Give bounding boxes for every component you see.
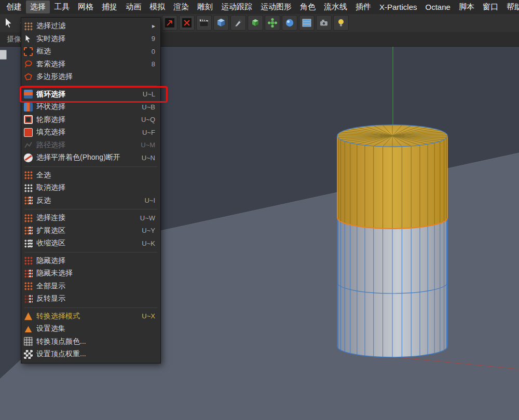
toolbar-button-mograph[interactable]	[265, 15, 280, 31]
menu-item-select-filter[interactable]: 选择过滤 ▸	[21, 20, 160, 33]
menu-item-deselect-all[interactable]: 取消选择	[21, 181, 160, 194]
select-menu-dropdown: 选择过滤 ▸ 实时选择 9 框选 0 套索选择 8 多边形选择	[21, 17, 161, 363]
menubar-item-x-particles[interactable]: X-Particles	[375, 1, 421, 13]
menubar-item-mesh[interactable]: 网格	[74, 1, 98, 13]
menu-item-path-selection: 路径选择 U~M	[21, 139, 160, 152]
menubar-item-character[interactable]: 角色	[296, 1, 320, 13]
menubar-item-window[interactable]: 窗口	[479, 1, 502, 13]
clapperboard-icon	[199, 18, 209, 28]
toolbar-button-dynamics[interactable]	[282, 15, 297, 31]
menubar-item-pipeline[interactable]: 流水线	[320, 1, 351, 13]
menu-item-label: 选择连接	[36, 213, 65, 222]
menubar-item-create[interactable]: 创建	[2, 1, 26, 13]
toolbar-button-render-settings[interactable]	[196, 15, 212, 31]
menubar: 创建 选择 工具 网格 捕捉 动画 模拟 渲染 雕刻 运动跟踪 运动图形 角色 …	[0, 0, 519, 14]
menu-item-shrink-selection[interactable]: 收缩选区 U~K	[21, 237, 160, 250]
toolbar-button-knife[interactable]	[230, 15, 246, 31]
menu-item-label: 收缩选区	[36, 239, 65, 248]
toolbar-button-array[interactable]	[299, 15, 315, 31]
menubar-item-motion-tracker[interactable]: 运动跟踪	[217, 1, 256, 13]
menubar-item-mograph[interactable]: 运动图形	[256, 1, 296, 13]
menubar-item-render[interactable]: 渲染	[169, 1, 193, 13]
loop-selection-icon	[24, 90, 33, 99]
toolbar-button-camera[interactable]	[316, 15, 332, 31]
toolbar-button-add-cube[interactable]	[213, 15, 229, 31]
menu-item-unhide-all[interactable]: 全部显示	[21, 280, 160, 293]
menu-item-shortcut: 8	[152, 60, 155, 68]
menu-item-invert-visibility[interactable]: 反转显示	[21, 292, 160, 305]
viewport-corner-icon[interactable]	[0, 50, 7, 60]
menu-separator	[24, 86, 157, 86]
viewport-camera-menu[interactable]: 摄像	[7, 35, 21, 44]
menu-item-outline-selection[interactable]: 轮廓选择 U~Q	[21, 114, 160, 127]
menubar-item-plugins[interactable]: 插件	[351, 1, 375, 13]
menubar-item-animate[interactable]: 动画	[121, 1, 145, 13]
menu-item-loop-selection[interactable]: 循环选择 U~L	[21, 88, 160, 101]
menubar-item-script[interactable]: 脚本	[455, 1, 479, 13]
menu-item-shortcut: U~F	[142, 129, 155, 136]
submenu-arrow-icon: ▸	[152, 22, 155, 30]
menu-item-set-selection[interactable]: 设置选集	[21, 323, 160, 335]
toolbar-button-render-region[interactable]	[179, 15, 195, 31]
menubar-item-snap[interactable]: 捕捉	[98, 1, 121, 13]
menu-item-label: 套索选择	[36, 60, 65, 69]
menu-item-shortcut: 0	[152, 48, 155, 55]
menu-separator	[24, 166, 157, 167]
menu-item-hide-selected[interactable]: 隐藏选择	[21, 255, 160, 268]
menubar-item-sculpt[interactable]: 雕刻	[193, 1, 217, 13]
set-selection-icon	[24, 325, 33, 333]
menubar-item-octane[interactable]: Octane	[421, 1, 455, 13]
invert-visibility-icon	[24, 295, 33, 303]
menu-item-lasso-selection[interactable]: 套索选择 8	[21, 58, 160, 71]
menu-item-convert-vertex-color[interactable]: 转换顶点颜色...	[21, 335, 160, 348]
menu-item-label: 反选	[36, 196, 51, 205]
convert-selection-mode-icon	[24, 312, 33, 320]
toolbar-button-green-cube[interactable]	[248, 15, 263, 31]
toolbar-button-render-tile[interactable]	[162, 15, 177, 31]
hide-selected-icon	[24, 256, 33, 265]
menu-item-shortcut: 9	[152, 35, 155, 43]
menu-item-fill-selection[interactable]: 填充选择 U~F	[21, 126, 160, 139]
menu-item-select-all[interactable]: 全选	[21, 169, 160, 182]
menu-item-live-selection[interactable]: 实时选择 9	[21, 33, 160, 46]
fill-selection-icon	[24, 128, 33, 137]
menu-item-convert-selection-mode[interactable]: 转换选择模式 U~X	[21, 310, 160, 323]
menu-item-label: 框选	[36, 47, 51, 56]
menu-item-label: 设置顶点权重...	[36, 349, 86, 359]
menubar-item-tools[interactable]: 工具	[50, 1, 74, 13]
cube-primitive-icon	[216, 18, 226, 28]
menu-item-phong-break-selection[interactable]: 选择平滑着色(Phong)断开 U~N	[21, 151, 160, 164]
menu-item-label: 环状选择	[36, 102, 65, 111]
live-selection-icon	[24, 34, 33, 43]
menu-item-select-connected[interactable]: 选择连接 U~W	[21, 212, 160, 225]
menu-item-label: 选择过滤	[36, 21, 65, 31]
menu-item-shortcut: U~M	[141, 141, 155, 149]
menu-item-ring-selection[interactable]: 环状选择 U~B	[21, 101, 160, 114]
menu-separator	[24, 307, 157, 308]
menubar-item-simulate[interactable]: 模拟	[145, 1, 169, 13]
menu-separator	[24, 252, 157, 253]
outline-selection-icon	[24, 115, 33, 124]
menu-item-grow-selection[interactable]: 扩展选区 U~Y	[21, 225, 160, 237]
rectangle-selection-icon	[24, 47, 33, 56]
menubar-item-help[interactable]: 帮助	[502, 1, 519, 13]
menu-item-label: 全选	[36, 171, 51, 180]
right-tool-icons	[162, 15, 349, 31]
menu-item-label: 全部显示	[36, 282, 65, 291]
menu-item-label: 转换选择模式	[36, 312, 80, 321]
menu-item-hide-unselected[interactable]: 隐藏未选择	[21, 267, 160, 280]
select-filter-icon	[24, 22, 33, 31]
menu-item-label: 路径选择	[36, 141, 65, 150]
menu-item-label: 填充选择	[36, 128, 65, 137]
menu-item-invert-selection[interactable]: 反选 U~I	[21, 194, 160, 207]
select-tool-button[interactable]	[1, 15, 17, 31]
toolbar-button-light[interactable]	[333, 15, 349, 31]
menu-item-set-vertex-weight[interactable]: 设置顶点权重...	[21, 348, 160, 361]
unhide-all-icon	[24, 282, 33, 290]
menubar-item-select[interactable]: 选择	[26, 1, 50, 13]
menu-item-label: 隐藏选择	[36, 256, 65, 265]
light-bulb-icon	[336, 18, 346, 28]
menu-item-polygon-selection[interactable]: 多边形选择	[21, 71, 160, 83]
menu-item-rectangle-selection[interactable]: 框选 0	[21, 45, 160, 58]
menu-item-shortcut: U~N	[142, 154, 155, 162]
